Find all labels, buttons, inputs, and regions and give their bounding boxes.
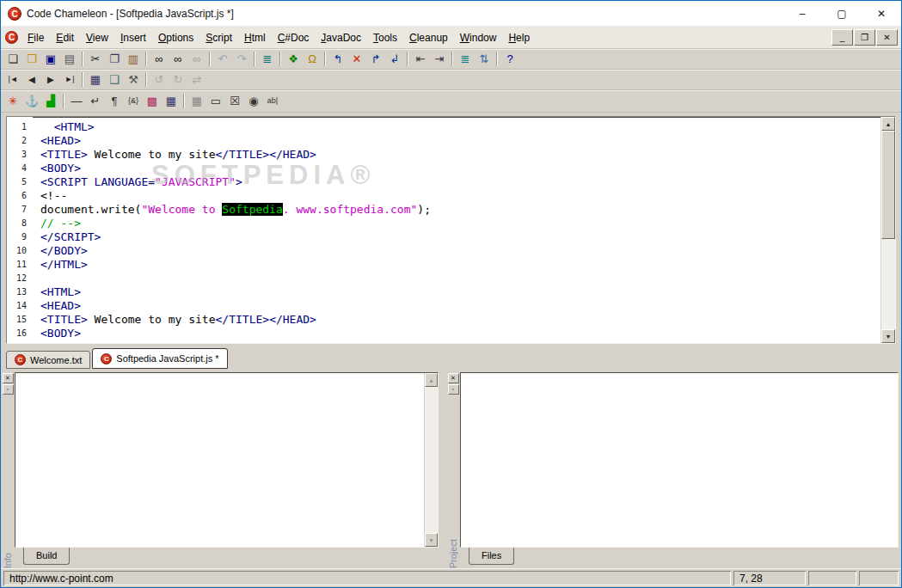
- info-panel-pin-icon[interactable]: ▫: [3, 384, 14, 395]
- toolbar-separator: [145, 72, 147, 87]
- tools-build-button[interactable]: ⚒: [124, 70, 143, 89]
- code-line-14[interactable]: <HEAD>: [40, 299, 881, 313]
- chart-button[interactable]: ▟: [41, 92, 60, 110]
- goto-line-button[interactable]: ↲: [385, 50, 404, 68]
- project-panel-label[interactable]: Project: [448, 536, 458, 568]
- anchor-button[interactable]: ⚓: [22, 92, 41, 110]
- project-panel-close-icon[interactable]: ✕: [448, 373, 459, 383]
- info-panel-scrollbar[interactable]: ▲ ▼: [424, 373, 438, 547]
- code-line-8[interactable]: // -->: [40, 217, 881, 230]
- menu-insert[interactable]: Insert: [114, 28, 152, 47]
- grid-view-button[interactable]: ▦: [86, 70, 105, 89]
- line-break-button[interactable]: ↵: [86, 92, 105, 110]
- reformat-button[interactable]: ≣: [258, 50, 277, 68]
- close-button[interactable]: ✕: [862, 1, 901, 26]
- mdi-restore-button[interactable]: ❐: [854, 29, 875, 46]
- table-button[interactable]: ▦: [162, 92, 181, 110]
- go-last-button[interactable]: ►|: [60, 70, 79, 89]
- document-tab-welcome-txt[interactable]: CWelcome.txt: [6, 351, 90, 369]
- lock-button[interactable]: Ω: [303, 50, 322, 68]
- mdi-minimize-button[interactable]: _: [831, 29, 853, 46]
- palette-button[interactable]: ▩: [143, 92, 162, 110]
- open-file-button[interactable]: ❒: [22, 50, 41, 68]
- spider-button[interactable]: ✳: [3, 92, 22, 110]
- scroll-up-button[interactable]: ▲: [881, 117, 895, 131]
- maximize-button[interactable]: ▢: [822, 1, 862, 26]
- menu-file[interactable]: File: [21, 28, 50, 47]
- line-number: 13: [7, 285, 33, 299]
- code-line-16[interactable]: <BODY>: [40, 327, 881, 340]
- indent-increase-button[interactable]: ⇥: [430, 50, 449, 68]
- code-area[interactable]: SOFTPEDIA® <HTML><HEAD><TITLE> Welcome t…: [33, 117, 881, 343]
- radio-control-button[interactable]: ◉: [244, 92, 263, 110]
- info-panel-close-icon[interactable]: ✕: [3, 373, 14, 383]
- code-line-10[interactable]: </BODY>: [40, 244, 881, 258]
- help-button[interactable]: ?: [500, 50, 519, 68]
- code-line-11[interactable]: </HTML>: [40, 258, 881, 272]
- code-line-12[interactable]: [40, 272, 881, 285]
- paragraph-button[interactable]: ¶: [105, 92, 124, 110]
- checkbox-control-button[interactable]: ☒: [225, 92, 244, 110]
- menu-options[interactable]: Options: [152, 28, 199, 47]
- layout-grid-button[interactable]: ▦: [187, 92, 206, 110]
- cut-button[interactable]: ✂: [86, 50, 105, 68]
- menu-cdoc[interactable]: C#Doc: [272, 28, 316, 47]
- menu-edit[interactable]: Edit: [50, 28, 80, 47]
- clear-marks-button[interactable]: ✕: [347, 50, 366, 68]
- menu-html[interactable]: Html: [238, 28, 272, 47]
- files-tab[interactable]: Files: [469, 548, 514, 565]
- find-next-button[interactable]: ∞: [169, 50, 187, 68]
- info-scroll-up-button[interactable]: ▲: [425, 373, 438, 387]
- scroll-down-button[interactable]: ▼: [881, 329, 895, 343]
- compile-script-button[interactable]: ❖: [284, 50, 303, 68]
- script-block-button[interactable]: {&}: [124, 92, 143, 110]
- code-line-6[interactable]: <!--: [40, 189, 881, 203]
- go-previous-button[interactable]: ◄: [22, 70, 41, 89]
- code-line-7[interactable]: document.write("Welcome to Softpedia. ww…: [40, 203, 881, 217]
- paste-button[interactable]: ▥: [124, 50, 143, 68]
- menu-tools[interactable]: Tools: [367, 28, 403, 47]
- indent-decrease-button[interactable]: ⇤: [411, 50, 430, 68]
- menu-script[interactable]: Script: [199, 28, 238, 47]
- code-line-13[interactable]: <HTML>: [40, 285, 881, 299]
- go-first-button[interactable]: |◄: [3, 70, 22, 89]
- info-panel-label[interactable]: Info: [3, 550, 13, 568]
- app-icon: C: [8, 7, 21, 21]
- code-line-1[interactable]: <HTML>: [40, 120, 881, 134]
- menu-help[interactable]: Help: [502, 28, 536, 47]
- save-button[interactable]: ▣: [41, 50, 60, 68]
- mdi-close-button[interactable]: ✕: [876, 29, 898, 46]
- copy-button[interactable]: ❐: [105, 50, 124, 68]
- new-document-button[interactable]: ❏: [3, 50, 22, 68]
- goto-next-mark-button[interactable]: ↱: [366, 50, 385, 68]
- status-cell-empty-1: [808, 571, 856, 585]
- menu-cleanup[interactable]: Cleanup: [403, 28, 454, 47]
- build-tab[interactable]: Build: [23, 548, 70, 565]
- minimize-button[interactable]: –: [782, 1, 822, 26]
- code-line-2[interactable]: <HEAD>: [40, 134, 881, 148]
- code-line-4[interactable]: <BODY>: [40, 162, 881, 175]
- align-lines-button[interactable]: ≣: [456, 50, 475, 68]
- document-tab-softpedia-javascript-js[interactable]: CSoftpedia JavaScript.js *: [92, 348, 227, 369]
- menu-javadoc[interactable]: JavaDoc: [315, 28, 367, 47]
- info-scroll-down-button[interactable]: ▼: [425, 533, 438, 547]
- renumber-lines-button[interactable]: ⇅: [475, 50, 494, 68]
- code-line-5[interactable]: <SCRIPT LANGUAGE="JAVASCRIPT">: [40, 175, 881, 189]
- horizontal-rule-button[interactable]: —: [67, 92, 86, 110]
- code-line-9[interactable]: </SCRIPT>: [40, 230, 881, 244]
- textfield-control-button[interactable]: ab|: [263, 92, 282, 110]
- button-control-button[interactable]: ▭: [206, 92, 225, 110]
- code-line-3[interactable]: <TITLE> Welcome to my site</TITLE></HEAD…: [40, 148, 881, 162]
- code-line-15[interactable]: <TITLE> Welcome to my site</TITLE></HEAD…: [40, 313, 881, 327]
- print-button[interactable]: ▤: [60, 50, 79, 68]
- go-next-button[interactable]: ►: [41, 70, 60, 89]
- menu-window[interactable]: Window: [454, 28, 503, 47]
- find-button[interactable]: ∞: [150, 50, 169, 68]
- project-panel-pin-icon[interactable]: ▫: [448, 384, 459, 395]
- editor-vertical-scrollbar[interactable]: ▲ ▼: [881, 117, 895, 343]
- line-number: 9: [7, 230, 33, 244]
- properties-button[interactable]: ❑: [105, 70, 124, 89]
- menu-view[interactable]: View: [80, 28, 114, 47]
- scroll-thumb[interactable]: [881, 131, 895, 239]
- goto-previous-mark-button[interactable]: ↰: [328, 50, 347, 68]
